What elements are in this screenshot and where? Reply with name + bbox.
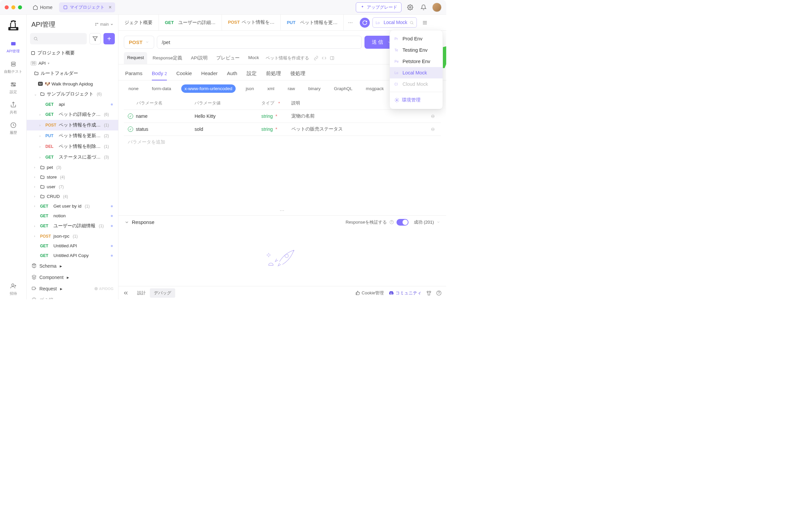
close-window[interactable] bbox=[5, 5, 9, 10]
cookie-manage[interactable]: Cookie管理 bbox=[356, 290, 384, 296]
tree-api-root[interactable]: 99 API ▾ bbox=[27, 58, 118, 68]
tree-walk[interactable]: M 🐶 Walk through Apidog bbox=[27, 79, 118, 89]
env-item[interactable]: LoLocal Mock bbox=[390, 67, 442, 78]
response-status[interactable]: 成功 (201) bbox=[414, 219, 434, 225]
table-row[interactable]: ✓statussoldstring *ペットの販売ステータス⊖ bbox=[124, 122, 441, 135]
code-icon[interactable] bbox=[322, 56, 326, 60]
tree-folder[interactable]: ›pet(3) bbox=[27, 163, 118, 172]
env-item[interactable]: PePetstore Env bbox=[390, 56, 442, 67]
tree-item[interactable]: ›GETユーザーの詳細情報(1) bbox=[27, 221, 118, 231]
min-window[interactable] bbox=[11, 5, 15, 10]
env-selector[interactable]: Lo Local Mock bbox=[373, 17, 417, 28]
remove-icon[interactable]: ⊖ bbox=[429, 127, 437, 132]
section-component[interactable]: Component ▸ bbox=[27, 272, 118, 283]
mode-design[interactable]: 設計 bbox=[133, 288, 150, 298]
section-request[interactable]: Request ▸ APIDOG bbox=[27, 283, 118, 294]
body-type[interactable]: raw bbox=[284, 84, 298, 93]
settings-icon[interactable] bbox=[405, 3, 415, 12]
subtab[interactable]: プレビュー bbox=[213, 52, 243, 64]
param-tab[interactable]: 設定 bbox=[247, 69, 257, 80]
validate-toggle[interactable] bbox=[397, 219, 409, 226]
param-tab[interactable]: Params bbox=[125, 69, 143, 80]
body-type[interactable]: x-www-form-urlencoded bbox=[181, 84, 235, 93]
tree-folder[interactable]: ›user(7) bbox=[27, 182, 118, 192]
help-icon[interactable] bbox=[390, 220, 394, 224]
rail-autotest[interactable]: 自動テスト bbox=[3, 57, 23, 77]
subtab[interactable]: Request bbox=[124, 52, 147, 64]
tree-item[interactable]: ›DELペット情報を削除…(1) bbox=[27, 141, 118, 152]
param-desc[interactable]: 宠物の名前 bbox=[291, 113, 429, 119]
search-input[interactable] bbox=[30, 33, 87, 44]
rail-api[interactable]: API管理 bbox=[3, 37, 23, 57]
tree-sample[interactable]: ⌄ サンプルプロジェクト (6) bbox=[27, 89, 118, 99]
env-item[interactable]: PrProd Env bbox=[390, 33, 442, 44]
tab[interactable]: POSTペット情報を… bbox=[222, 15, 281, 31]
add-button[interactable]: + bbox=[103, 33, 115, 44]
tree-root-folder[interactable]: ルートフォルダー bbox=[27, 68, 118, 79]
tree-item[interactable]: GETUntitled API Copy bbox=[27, 251, 118, 260]
body-type[interactable]: msgpack bbox=[362, 84, 387, 93]
method-select[interactable]: POST bbox=[124, 36, 154, 49]
body-type[interactable]: form-data bbox=[149, 84, 174, 93]
param-desc[interactable]: ペットの販売ステータス bbox=[291, 126, 429, 132]
table-row[interactable]: ✓nameHello Kittystring *宠物の名前⊖ bbox=[124, 110, 441, 122]
env-manage[interactable]: 環境管理 bbox=[390, 94, 442, 106]
project-tab[interactable]: マイプロジェクト × bbox=[59, 2, 115, 12]
resize-handle[interactable]: ⋯ bbox=[118, 206, 446, 215]
url-input[interactable]: /pet bbox=[157, 36, 362, 49]
link-icon[interactable] bbox=[314, 56, 318, 60]
tree-item[interactable]: ›GETステータスに基づ…(3) bbox=[27, 152, 118, 163]
tree-overview[interactable]: プロジェクト概要 bbox=[27, 48, 118, 58]
param-value[interactable]: Hello Kitty bbox=[194, 113, 261, 119]
body-type[interactable]: json bbox=[242, 84, 257, 93]
param-value[interactable]: sold bbox=[194, 127, 261, 132]
tab[interactable]: GETユーザーの詳細… bbox=[159, 15, 222, 31]
tree-folder[interactable]: ›CRUD(4) bbox=[27, 192, 118, 201]
rail-history[interactable]: 履歴 bbox=[3, 118, 23, 138]
param-tab[interactable]: Auth bbox=[227, 69, 237, 80]
shirt-icon[interactable] bbox=[426, 290, 432, 296]
section-schema[interactable]: Schema ▸ bbox=[27, 260, 118, 272]
rail-invite[interactable]: 招待 bbox=[3, 279, 23, 299]
tree-item[interactable]: GETapi bbox=[27, 99, 118, 109]
tab[interactable]: ジェクト概要 bbox=[118, 15, 159, 31]
tree-item[interactable]: ›POSTペット情報を作成…(1) bbox=[27, 120, 118, 131]
check-icon[interactable]: ✓ bbox=[128, 127, 133, 132]
subtab[interactable]: Response定義 bbox=[149, 52, 186, 64]
env-item[interactable]: ClCloud Mock bbox=[390, 78, 442, 90]
param-tab[interactable]: Header bbox=[201, 69, 217, 80]
help-icon[interactable] bbox=[436, 290, 441, 296]
tree-item[interactable]: GETnotion bbox=[27, 211, 118, 221]
subtab[interactable]: API説明 bbox=[188, 52, 211, 64]
home-button[interactable]: Home bbox=[30, 3, 56, 11]
panel-toggle[interactable] bbox=[419, 15, 430, 31]
remove-icon[interactable]: ⊖ bbox=[429, 113, 437, 119]
check-icon[interactable]: ✓ bbox=[128, 113, 133, 119]
param-tab[interactable]: Body2 bbox=[152, 69, 167, 80]
tree-item[interactable]: GETUntitled API bbox=[27, 241, 118, 251]
body-type[interactable]: GraphQL bbox=[330, 84, 356, 93]
close-tab-icon[interactable]: × bbox=[109, 4, 112, 10]
community-link[interactable]: コミュニティ bbox=[389, 290, 421, 296]
chevron-down-icon[interactable] bbox=[125, 220, 129, 225]
bell-icon[interactable] bbox=[419, 3, 428, 12]
tab[interactable]: PUTペット情報を更… bbox=[281, 15, 344, 31]
param-tab[interactable]: 前処理 bbox=[266, 69, 281, 80]
tree-item[interactable]: ›GETGet user by id(1) bbox=[27, 201, 118, 211]
rail-share[interactable]: 共有 bbox=[3, 98, 23, 118]
add-param[interactable]: パラメータを追加 bbox=[124, 135, 441, 149]
branch-selector[interactable]: main bbox=[95, 22, 113, 27]
tabs-more[interactable]: ⋯ bbox=[344, 15, 357, 31]
body-type[interactable]: binary bbox=[305, 84, 324, 93]
body-type[interactable]: none bbox=[125, 84, 142, 93]
refresh-button[interactable] bbox=[360, 18, 370, 28]
rail-settings[interactable]: 設定 bbox=[3, 77, 23, 98]
param-tab[interactable]: 後処理 bbox=[290, 69, 305, 80]
max-window[interactable] bbox=[18, 5, 22, 10]
param-tab[interactable]: Cookie bbox=[176, 69, 192, 80]
tree-item[interactable]: ›POSTjson-rpc(1) bbox=[27, 231, 118, 241]
subtab[interactable]: Mock bbox=[245, 52, 262, 64]
body-type[interactable]: xml bbox=[264, 84, 278, 93]
panel-icon[interactable] bbox=[330, 56, 335, 60]
tree-item[interactable]: ›GETペットの詳細をク…(6) bbox=[27, 109, 118, 120]
